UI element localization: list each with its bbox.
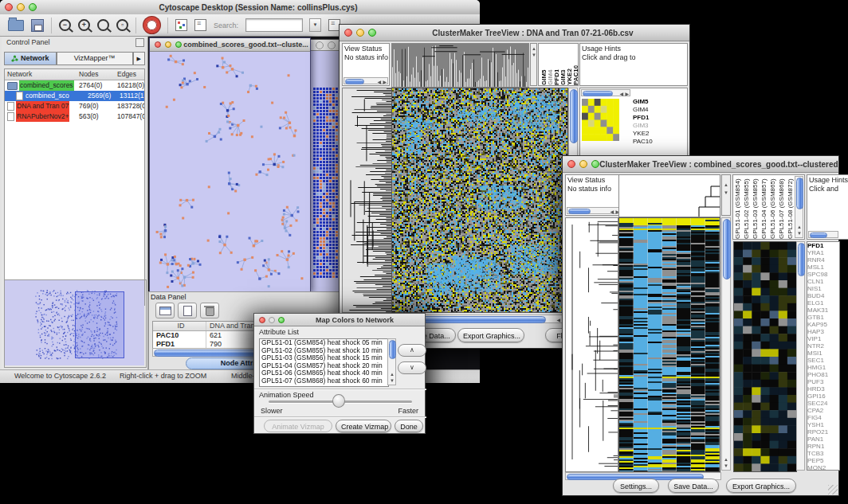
detail-vscrollbar[interactable]: [796, 241, 805, 471]
heatmap-vscrollbar[interactable]: ▲ ▼: [721, 217, 731, 471]
scroll-down-icon[interactable]: ▼: [532, 52, 536, 58]
network-window-1-titlebar[interactable]: combined_scores_good.txt--cluste...: [150, 38, 310, 52]
scroll-up-icon[interactable]: ▲: [724, 182, 728, 188]
zoom-icon[interactable]: [29, 3, 37, 11]
heatmap-canvas[interactable]: [391, 88, 568, 313]
help-lifesaver-icon[interactable]: [143, 17, 160, 33]
dialog-titlebar[interactable]: Map Colors to Network: [254, 314, 425, 326]
minimize-icon[interactable]: [17, 3, 25, 11]
scroll-left-icon[interactable]: ◀: [610, 209, 614, 215]
detail-heatmap-canvas[interactable]: [733, 241, 797, 472]
scroll-left-icon[interactable]: ◀: [619, 91, 623, 97]
scroll-down-icon[interactable]: ▼: [797, 230, 802, 236]
zoom-selected-icon[interactable]: ▫: [116, 19, 128, 31]
minimize-icon[interactable]: [328, 41, 336, 49]
row-dendrogram-canvas[interactable]: [342, 88, 392, 313]
scroll-down-icon[interactable]: ▼: [724, 189, 728, 196]
network-row-selected[interactable]: combined_sco 2569(6) 13112(15): [5, 91, 144, 101]
scroll-down-icon[interactable]: ▼: [390, 377, 395, 384]
save-session-icon[interactable]: [31, 19, 44, 32]
gene-label: SEC1: [807, 357, 839, 364]
annotation-icon[interactable]: [194, 19, 206, 31]
treeview1-titlebar[interactable]: ClusterMaker TreeView : DNA and Tran 07-…: [340, 25, 689, 41]
main-titlebar[interactable]: Cytoscape Desktop (Session Name: collins…: [0, 0, 480, 15]
zoom-icon[interactable]: [278, 317, 285, 323]
zoom-out-icon[interactable]: −: [59, 19, 71, 31]
tab-network[interactable]: Network: [4, 52, 57, 65]
scroll-left-icon[interactable]: ◀: [556, 317, 560, 323]
scroll-up-icon[interactable]: ▲: [724, 456, 728, 463]
done-button[interactable]: Done: [395, 420, 423, 432]
attribute-list-vscrollbar[interactable]: ▲ ▼: [387, 338, 396, 385]
minimize-icon[interactable]: [165, 41, 171, 48]
vizmapper-icon[interactable]: [175, 19, 187, 31]
tab-vizmapper[interactable]: VizMapper™: [57, 52, 133, 65]
close-icon[interactable]: [259, 317, 265, 323]
minimize-icon[interactable]: [269, 317, 275, 323]
zoom-fit-icon[interactable]: [97, 19, 109, 31]
heatmap-canvas[interactable]: [618, 217, 720, 472]
delete-attribute-icon[interactable]: [200, 303, 219, 318]
close-icon[interactable]: [155, 41, 161, 48]
open-session-icon[interactable]: [8, 20, 24, 31]
zoom-icon[interactable]: [175, 41, 182, 48]
slider-thumb-icon[interactable]: [332, 394, 345, 408]
move-down-button[interactable]: ∨: [398, 361, 426, 374]
search-dropdown-icon[interactable]: ▼: [309, 18, 321, 32]
column-label: PAC10: [572, 65, 578, 85]
attribute-list[interactable]: GPL51-01 (GSM854) heat shock 05 minGPL51…: [259, 338, 389, 387]
search-input[interactable]: [245, 18, 303, 32]
scroll-up-icon[interactable]: ▲: [390, 371, 395, 377]
minimize-icon[interactable]: [579, 160, 587, 168]
column-dendrogram-canvas[interactable]: [391, 43, 529, 88]
minimize-icon[interactable]: [356, 29, 364, 37]
mini-heatmap-canvas[interactable]: [582, 99, 619, 141]
export-graphics-button[interactable]: Export Graphics...: [457, 328, 524, 342]
create-vizmap-button[interactable]: Create Vizmap: [336, 420, 391, 432]
birdseye-view[interactable]: [4, 279, 147, 368]
row-dendrogram-canvas[interactable]: [565, 217, 618, 472]
close-icon[interactable]: [344, 29, 352, 37]
export-graphics-button[interactable]: Export Graphics...: [726, 479, 796, 493]
view-status-panel: View Status No status info f ◀ ▶: [342, 43, 390, 86]
close-icon[interactable]: [5, 3, 13, 11]
move-up-button[interactable]: ∧: [398, 344, 426, 357]
network-view-canvas[interactable]: [150, 52, 308, 291]
float-panel-icon[interactable]: [135, 38, 144, 47]
close-icon[interactable]: [567, 160, 575, 168]
view-status-hscrollbar[interactable]: ◀ ▶: [567, 207, 621, 214]
scroll-right-icon[interactable]: ▶: [625, 91, 629, 97]
close-icon[interactable]: [316, 41, 324, 49]
treeview2-titlebar[interactable]: ClusterMaker TreeView : combined_scores_…: [563, 156, 838, 173]
scroll-down-icon[interactable]: ▼: [724, 463, 728, 469]
tab-overflow-button[interactable]: ▶: [133, 52, 145, 65]
scroll-up-icon[interactable]: ▲: [532, 45, 536, 52]
zoom-in-icon[interactable]: +: [78, 19, 90, 31]
select-attributes-icon[interactable]: [155, 303, 175, 318]
settings-button[interactable]: Settings...: [613, 479, 659, 493]
window-controls[interactable]: [5, 3, 37, 11]
column-label: GIM3: [559, 69, 565, 85]
detail-hscrollbar[interactable]: ◀ ▶: [581, 89, 630, 96]
network-row[interactable]: DNA and Tran 07 769(0) 183728(0): [5, 101, 144, 111]
column-dendrogram-canvas[interactable]: [618, 174, 720, 217]
zoom-icon[interactable]: [591, 160, 599, 168]
dendrogram-scroll-strip[interactable]: ▲ ▼: [721, 174, 731, 216]
view-status-hscrollbar[interactable]: ◀ ▶: [344, 77, 388, 84]
attribute-item[interactable]: GPL51-07 (GSM868) heat shock 60 min: [260, 377, 388, 385]
new-attribute-icon[interactable]: [178, 303, 197, 318]
network-row[interactable]: combined_scores 2764(0) 16218(0): [5, 80, 144, 91]
scroll-right-icon[interactable]: ▶: [383, 79, 387, 85]
scroll-up-icon[interactable]: ▲: [797, 224, 802, 230]
dendrogram-scroll-strip[interactable]: ▲ ▼: [530, 43, 537, 86]
zoom-icon[interactable]: [368, 29, 376, 37]
resize-grip[interactable]: [828, 485, 838, 494]
labels-vscrollbar[interactable]: ▲ ▼: [795, 176, 803, 238]
usage-hscrollbar[interactable]: [808, 231, 838, 238]
animate-vizmap-button[interactable]: Animate Vizmap: [264, 420, 332, 432]
gene-label: RNR4: [807, 256, 839, 264]
scroll-left-icon[interactable]: ◀: [377, 79, 381, 85]
save-data-button[interactable]: Save Data...: [668, 479, 719, 493]
gene-label: NIS1: [807, 285, 839, 292]
network-row[interactable]: RNAPuberNov2+ 563(0) 107847(0): [5, 111, 144, 122]
